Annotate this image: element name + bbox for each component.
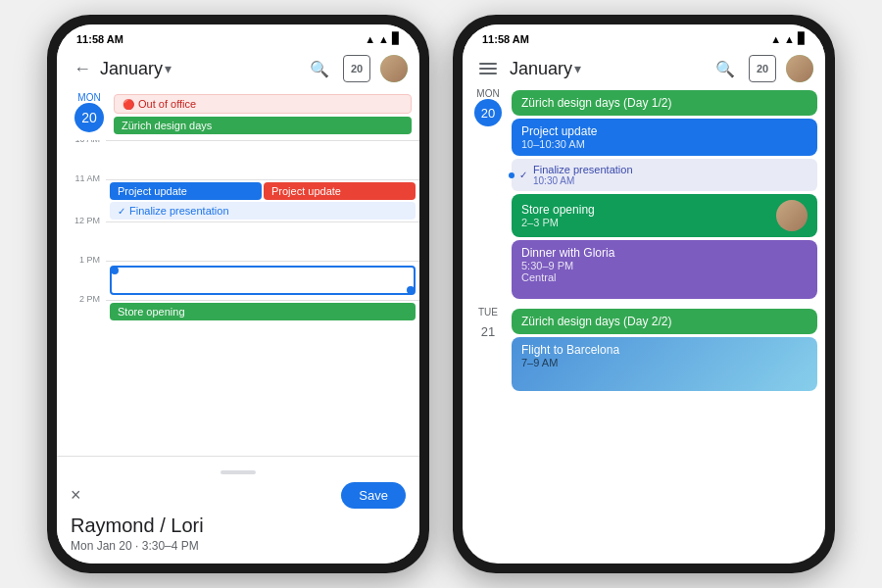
phone-1: 11:58 AM ▲ ▲ ▊ ← January ▾ 🔍 20 bbox=[47, 15, 429, 573]
section-tue-21: Tue 21 Zürich design days (Day 2/2) Flig… bbox=[470, 307, 817, 393]
event-list-view: Mon 20 Zürich design days (Day 1/2) Proj… bbox=[463, 88, 825, 564]
user-avatar-1[interactable] bbox=[380, 55, 408, 82]
status-bar-2: 11:58 AM ▲ ▲ ▊ bbox=[463, 24, 825, 49]
flight-time: 7–9 AM bbox=[521, 357, 808, 368]
store-opening-name: Store opening bbox=[521, 203, 595, 217]
store-opening-time: 2–3 PM bbox=[521, 217, 595, 228]
calendar-title-1[interactable]: January ▾ bbox=[100, 59, 172, 79]
time-row-12pm: 12 PM bbox=[57, 221, 419, 261]
tue-day-label: Tue 21 bbox=[470, 307, 506, 345]
two-col-events: Project update Project update bbox=[110, 182, 416, 200]
status-icons-1: ▲ ▲ ▊ bbox=[365, 32, 400, 45]
finalize-task-name: Finalize presentation bbox=[533, 164, 633, 175]
slot-11am: Project update Project update ✓ Finalize… bbox=[106, 179, 419, 221]
bottom-panel: × Save Raymond / Lori Mon Jan 20 · 3:30–… bbox=[57, 456, 419, 564]
bottom-panel-header: × Save bbox=[71, 482, 406, 509]
dot-indicator bbox=[509, 172, 514, 178]
time-11am: 11 AM bbox=[57, 173, 106, 221]
phone-1-screen: 11:58 AM ▲ ▲ ▊ ← January ▾ 🔍 20 bbox=[57, 24, 419, 564]
status-bar-1: 11:58 AM ▲ ▲ ▊ bbox=[57, 24, 419, 49]
app-header-1: ← January ▾ 🔍 20 bbox=[57, 49, 419, 88]
task-check-icon-2: ✓ bbox=[519, 170, 527, 180]
wifi-icon-2: ▲ bbox=[770, 33, 781, 45]
hamburger-menu[interactable] bbox=[474, 55, 502, 82]
store-opening-event[interactable]: Store opening bbox=[110, 303, 416, 320]
current-event-outline[interactable] bbox=[110, 266, 416, 295]
zurich-event[interactable]: Zürich design days bbox=[114, 117, 412, 134]
project-update-name: Project update bbox=[521, 124, 808, 138]
signal-icon: ▲ bbox=[378, 33, 389, 45]
search-button-1[interactable]: 🔍 bbox=[306, 55, 333, 82]
store-avatar bbox=[776, 200, 808, 231]
back-button[interactable]: ← bbox=[69, 55, 96, 82]
chevron-down-icon-2: ▾ bbox=[574, 61, 581, 76]
task-check-icon: ✓ bbox=[118, 206, 125, 217]
tue-name: Tue bbox=[478, 307, 498, 318]
all-day-events: 🔴 Out of office Zürich design days bbox=[114, 92, 412, 136]
time-2pm: 2 PM bbox=[57, 294, 106, 339]
save-button[interactable]: Save bbox=[341, 482, 406, 509]
scroll-handle bbox=[220, 470, 256, 474]
status-time-1: 11:58 AM bbox=[76, 33, 123, 45]
zurich-day1-name: Zürich design days (Day 1/2) bbox=[521, 96, 808, 110]
time-row-2pm: 2 PM Store opening bbox=[57, 300, 419, 339]
phone-2: 11:58 AM ▲ ▲ ▊ January ▾ 🔍 20 bbox=[453, 15, 835, 573]
finalize-event[interactable]: ✓ Finalize presentation bbox=[110, 202, 416, 220]
panel-event-subtitle: Mon Jan 20 · 3:30–4 PM bbox=[71, 539, 406, 553]
status-time-2: 11:58 AM bbox=[482, 33, 529, 45]
header-actions-2: 🔍 20 bbox=[711, 55, 813, 82]
day-num-col: Mon 20 bbox=[65, 92, 114, 132]
signal-icon-2: ▲ bbox=[784, 33, 795, 45]
dinner-time: 5:30–9 PM bbox=[521, 260, 808, 271]
finalize-task-event[interactable]: ✓ Finalize presentation 10:30 AM bbox=[512, 159, 817, 191]
calendar-title-2[interactable]: January ▾ bbox=[510, 59, 581, 79]
finalize-label: Finalize presentation bbox=[129, 205, 229, 217]
section-mon-20: Mon 20 Zürich design days (Day 1/2) Proj… bbox=[470, 88, 817, 301]
finalize-task-time: 10:30 AM bbox=[533, 175, 633, 186]
battery-icon-2: ▊ bbox=[798, 32, 806, 45]
slot-12pm bbox=[106, 221, 419, 261]
status-icons-2: ▲ ▲ ▊ bbox=[770, 32, 806, 45]
day-header-row: Mon 20 🔴 Out of office Zürich design day… bbox=[57, 88, 419, 140]
tue-num[interactable]: 21 bbox=[474, 318, 502, 345]
day-number[interactable]: 20 bbox=[74, 103, 104, 132]
header-actions-1: 🔍 20 bbox=[306, 55, 408, 82]
project-update-2-event[interactable]: Project update bbox=[264, 182, 416, 200]
month-label-2: January bbox=[510, 59, 572, 79]
app-header-2: January ▾ 🔍 20 bbox=[463, 49, 825, 88]
today-badge-1[interactable]: 20 bbox=[343, 55, 370, 82]
calendar-content-1: Mon 20 🔴 Out of office Zürich design day… bbox=[57, 88, 419, 456]
close-button[interactable]: × bbox=[71, 485, 81, 506]
zurich-day2-name: Zürich design days (Day 2/2) bbox=[521, 315, 808, 328]
battery-icon: ▊ bbox=[392, 32, 400, 45]
flight-name: Flight to Barcelona bbox=[521, 343, 808, 357]
out-of-office-label: Out of office bbox=[138, 98, 196, 110]
search-button-2[interactable]: 🔍 bbox=[711, 55, 739, 82]
mon-num[interactable]: 20 bbox=[474, 99, 502, 126]
tue-events: Zürich design days (Day 2/2) Flight to B… bbox=[512, 307, 817, 393]
day-label: Mon bbox=[77, 92, 100, 103]
store-opening-event-2[interactable]: Store opening 2–3 PM bbox=[512, 194, 817, 237]
project-update-1-event[interactable]: Project update bbox=[110, 182, 262, 200]
flight-event[interactable]: Flight to Barcelona 7–9 AM bbox=[512, 337, 817, 391]
out-of-office-event[interactable]: 🔴 Out of office bbox=[114, 94, 412, 114]
zurich-day1-event[interactable]: Zürich design days (Day 1/2) bbox=[512, 90, 817, 116]
time-row-11am: 11 AM Project update Project update ✓ Fi… bbox=[57, 179, 419, 221]
drag-handle-left[interactable] bbox=[111, 267, 119, 274]
panel-event-title: Raymond / Lori bbox=[71, 514, 406, 537]
dinner-location: Central bbox=[521, 271, 808, 283]
phone-2-screen: 11:58 AM ▲ ▲ ▊ January ▾ 🔍 20 bbox=[463, 24, 825, 564]
time-grid-1: 10 AM 11 AM Project update Project updat… bbox=[57, 140, 419, 456]
dinner-event[interactable]: Dinner with Gloria 5:30–9 PM Central bbox=[512, 240, 817, 299]
project-update-event[interactable]: Project update 10–10:30 AM bbox=[512, 119, 817, 156]
slot-2pm: Store opening bbox=[106, 300, 419, 339]
out-of-office-icon: 🔴 bbox=[122, 99, 134, 110]
mon-day-label: Mon 20 bbox=[470, 88, 506, 126]
drag-handle-right[interactable] bbox=[407, 286, 415, 294]
today-badge-2[interactable]: 20 bbox=[749, 55, 776, 82]
time-row-10am: 10 AM bbox=[57, 140, 419, 179]
wifi-icon: ▲ bbox=[365, 33, 375, 45]
zurich-day2-event[interactable]: Zürich design days (Day 2/2) bbox=[512, 309, 817, 334]
dinner-name: Dinner with Gloria bbox=[521, 246, 808, 260]
user-avatar-2[interactable] bbox=[786, 55, 813, 82]
